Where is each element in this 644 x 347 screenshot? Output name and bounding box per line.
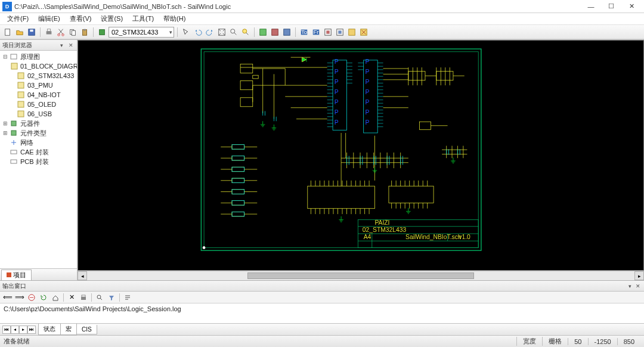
out-back-icon[interactable]: ⟸ (2, 293, 13, 302)
out-filter-icon[interactable] (106, 293, 117, 302)
canvas-area: PAIZI 02_STM32L433 A4 SailWind_NBIoT.sch… (78, 39, 644, 280)
out-print-icon[interactable] (78, 293, 89, 302)
svg-rect-28 (11, 54, 17, 59)
layer2-icon[interactable] (270, 27, 280, 38)
tab-status[interactable]: 状态 (38, 324, 61, 335)
tree-cae-decals[interactable]: CAE 封装 (0, 147, 77, 157)
mode1-icon[interactable]: To (299, 27, 309, 38)
tabs-first-icon[interactable]: ⏮ (2, 326, 11, 334)
cut-icon[interactable] (55, 27, 66, 38)
output-dropdown-icon[interactable]: ▾ (626, 283, 633, 290)
svg-text:PAIZI: PAIZI (374, 219, 389, 226)
tab-macro[interactable]: 宏 (60, 324, 77, 335)
zoom-icon[interactable] (228, 27, 239, 38)
select-icon[interactable] (181, 27, 191, 38)
tree-sheet-02[interactable]: 02_STM32L433 (0, 71, 77, 80)
sheet-selector[interactable]: 02_STM32L433 (109, 27, 174, 38)
open-icon[interactable] (14, 27, 25, 38)
schematic-canvas[interactable]: PAIZI 02_STM32L433 A4 SailWind_NBIoT.sch… (78, 41, 643, 270)
output-close-icon[interactable]: ✕ (634, 283, 642, 290)
out-stop-icon[interactable] (26, 293, 37, 302)
undo-icon[interactable] (193, 27, 203, 38)
tab-cis[interactable]: CIS (76, 325, 97, 334)
svg-text:A4: A4 (364, 234, 371, 240)
scroll-right-icon[interactable]: ▸ (634, 271, 644, 280)
svg-rect-15 (260, 29, 267, 35)
svg-rect-36 (11, 131, 16, 135)
out-refresh-icon[interactable] (38, 293, 49, 302)
left-tab-project[interactable]: 项目 (1, 269, 32, 280)
tree-sheet-01[interactable]: 01_BLOCK_DIAGRAM (0, 61, 77, 71)
out-clear-icon[interactable]: ✕ (66, 293, 77, 302)
mode2-icon[interactable]: Fr (311, 27, 321, 38)
svg-text:P: P (335, 109, 339, 116)
layer3-icon[interactable] (281, 27, 292, 38)
svg-rect-188 (232, 212, 244, 216)
svg-rect-124 (436, 72, 453, 80)
out-find-icon[interactable] (94, 293, 105, 302)
svg-rect-26 (349, 29, 355, 35)
menu-view[interactable]: 查看(V) (65, 13, 97, 24)
svg-rect-121 (240, 98, 253, 107)
sheet-icon[interactable] (97, 27, 107, 38)
tree-sheet-05[interactable]: 05_OLED (0, 100, 77, 109)
paste-icon[interactable] (79, 27, 90, 38)
project-tree[interactable]: ⊟ 原理图 01_BLOCK_DIAGRAM 02_STM32L433 03_P… (0, 51, 77, 268)
tree-pcb-decals[interactable]: PCB 封装 (0, 157, 77, 166)
copy-icon[interactable] (67, 27, 78, 38)
svg-point-14 (243, 29, 247, 33)
menu-edit[interactable]: 编辑(E) (33, 13, 65, 24)
svg-rect-119 (240, 64, 253, 73)
tabs-next-icon[interactable]: ▸ (19, 326, 27, 334)
svg-rect-23 (326, 30, 329, 33)
maximize-button[interactable]: ☐ (601, 1, 621, 13)
new-icon[interactable] (2, 27, 13, 38)
status-x: -1250 (588, 338, 617, 345)
out-forward-icon[interactable]: ⟹ (14, 293, 25, 302)
tree-sheet-04[interactable]: 04_NB-IOT (0, 90, 77, 100)
out-wrap-icon[interactable] (122, 293, 133, 302)
svg-line-249 (100, 298, 102, 300)
menu-setup[interactable]: 设置(S) (96, 13, 128, 24)
mode3-icon[interactable] (323, 27, 333, 38)
zoom-window-icon[interactable] (240, 27, 251, 38)
tree-part-types[interactable]: ⊞元件类型 (0, 128, 77, 138)
main-toolbar: 02_STM32L433 To Fr (0, 25, 644, 39)
menu-file[interactable]: 文件(F) (2, 13, 33, 24)
tree-components[interactable]: ⊞元器件 (0, 119, 77, 128)
svg-text:P: P (335, 99, 339, 106)
zoom-extent-icon[interactable] (216, 27, 227, 38)
svg-text:v1.0: v1.0 (459, 234, 470, 240)
output-title: 输出窗口 (2, 282, 625, 290)
svg-rect-182 (232, 145, 244, 150)
save-icon[interactable] (26, 27, 37, 38)
svg-rect-37 (11, 150, 17, 154)
tabs-last-icon[interactable]: ⏭ (27, 326, 36, 334)
mode4-icon[interactable] (335, 27, 345, 38)
tabs-prev-icon[interactable]: ◂ (11, 326, 19, 334)
svg-point-13 (231, 29, 235, 33)
status-text: 准备就绪 (4, 337, 516, 346)
mode5-icon[interactable] (346, 27, 357, 38)
output-line: C:\Users\pz\Documents\SailWind Projects\… (4, 305, 640, 312)
horizontal-scrollbar[interactable]: ◂ ▸ (78, 271, 644, 280)
print-icon[interactable] (44, 27, 54, 38)
menu-tools[interactable]: 工具(T) (128, 13, 159, 24)
redo-icon[interactable] (205, 27, 215, 38)
scroll-left-icon[interactable]: ◂ (78, 271, 87, 280)
layer1-icon[interactable] (258, 27, 268, 38)
menu-help[interactable]: 帮助(H) (159, 13, 190, 24)
tree-root-schematic[interactable]: ⊟ 原理图 (0, 52, 77, 61)
svg-rect-2 (30, 29, 33, 32)
scroll-thumb[interactable] (247, 272, 474, 279)
tree-nets[interactable]: 网络 (0, 138, 77, 147)
mode6-icon[interactable] (358, 27, 369, 38)
out-home-icon[interactable] (50, 293, 61, 302)
close-button[interactable]: ✕ (621, 1, 642, 13)
tree-sheet-03[interactable]: 03_PMU (0, 80, 77, 90)
panel-close-icon[interactable]: ✕ (67, 42, 75, 49)
output-body[interactable]: C:\Users\pz\Documents\SailWind Projects\… (0, 303, 644, 323)
minimize-button[interactable]: — (581, 1, 601, 13)
panel-dropdown-icon[interactable]: ▾ (58, 42, 65, 49)
tree-sheet-06[interactable]: 06_USB (0, 109, 77, 119)
